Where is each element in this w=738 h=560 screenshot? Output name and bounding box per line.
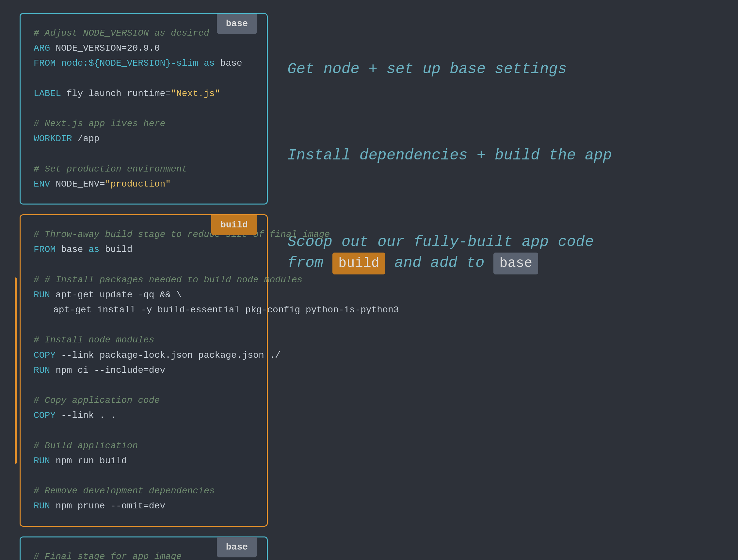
comment-node-modules: # Install node modules	[34, 333, 254, 348]
comment-remove-deps: # Remove development dependencies	[34, 484, 254, 499]
copy-pkg-line: COPY --link package-lock.json package.js…	[34, 348, 254, 363]
label-line: LABEL fly_launch_runtime="Next.js"	[34, 86, 254, 101]
empty-line-3	[34, 147, 254, 162]
final-base-badge: base	[217, 537, 257, 557]
build-marker	[15, 277, 17, 464]
build-inline-badge: build	[332, 253, 385, 274]
empty-line-5	[34, 318, 254, 333]
empty-line-2	[34, 101, 254, 116]
base-stage-block: base # Adjust NODE_VERSION as desired AR…	[20, 13, 268, 205]
run-apt-line: RUN apt-get update -qq && \	[34, 288, 254, 303]
from-build-line: FROM base as build	[34, 242, 254, 257]
arg-line: ARG NODE_VERSION=20.9.0	[34, 41, 254, 56]
build-stage-block: build # Throw-away build stage to reduce…	[20, 214, 268, 527]
build-badge: build	[211, 215, 257, 235]
copy-app-line: COPY --link . .	[34, 408, 254, 423]
desc-text-3: Scoop out our fully-built app codefrom b…	[287, 232, 718, 274]
empty-line	[34, 71, 254, 86]
desc-section-2: Install dependencies + build the app	[287, 145, 718, 225]
code-column: base # Adjust NODE_VERSION as desired AR…	[20, 13, 268, 560]
description-column: Get node + set up base settings Install …	[287, 13, 718, 274]
comment-nextjs: # Next.js app lives here	[34, 116, 254, 131]
empty-line-4	[34, 257, 254, 272]
desc-text-2: Install dependencies + build the app	[287, 145, 718, 166]
final-stage-block: base # Final stage for app image FROM ba…	[20, 537, 268, 560]
comment-install-pkgs: # # Install packages needed to build nod…	[34, 272, 254, 288]
run-prune-line: RUN npm prune --omit=dev	[34, 499, 254, 514]
workdir-line: WORKDIR /app	[34, 131, 254, 147]
from-line: FROM node:${NODE_VERSION}-slim as base	[34, 56, 254, 71]
comment-build-app: # Build application	[34, 439, 254, 454]
main-layout: base # Adjust NODE_VERSION as desired AR…	[20, 13, 718, 560]
apt-install-line: apt-get install -y build-essential pkg-c…	[34, 303, 254, 318]
empty-line-7	[34, 424, 254, 439]
empty-line-6	[34, 378, 254, 393]
base-inline-badge: base	[493, 253, 538, 274]
run-build-line: RUN npm run build	[34, 454, 254, 469]
desc-section-1: Get node + set up base settings	[287, 33, 718, 145]
base-badge: base	[217, 14, 257, 34]
comment-env: # Set production environment	[34, 162, 254, 177]
env-line: ENV NODE_ENV="production"	[34, 177, 254, 192]
desc-text-1: Get node + set up base settings	[287, 59, 718, 80]
desc-section-3: Scoop out our fully-built app codefrom b…	[287, 225, 718, 274]
run-npm-ci-line: RUN npm ci --include=dev	[34, 363, 254, 378]
comment-copy-app: # Copy application code	[34, 393, 254, 408]
empty-line-8	[34, 469, 254, 484]
